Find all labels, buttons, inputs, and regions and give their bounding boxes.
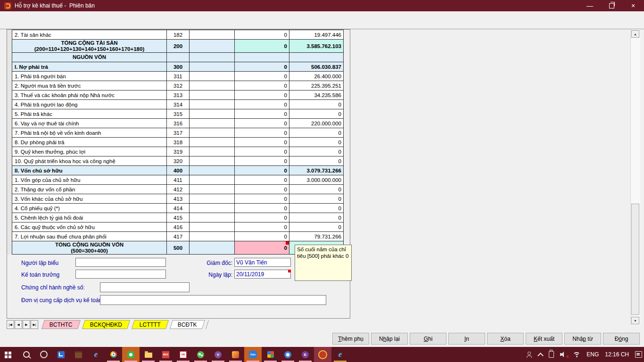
vertical-scrollbar[interactable]: ▲ ▼ bbox=[630, 29, 640, 325]
ngay-lap-input[interactable] bbox=[234, 270, 291, 279]
chrome-icon[interactable] bbox=[105, 347, 122, 362]
first-record-button[interactable]: |◀ bbox=[7, 320, 14, 329]
language-indicator[interactable]: ENG bbox=[586, 351, 599, 358]
last-record-button[interactable]: ▶| bbox=[31, 320, 38, 329]
nhap-lai-button[interactable]: Nhập lại bbox=[371, 333, 408, 345]
chung-chi-input[interactable] bbox=[100, 282, 190, 292]
scroll-down-icon[interactable]: ▼ bbox=[631, 317, 639, 324]
table-row-411: 1. Vốn góp của chủ sở hữu41103.000.000.0… bbox=[12, 175, 344, 185]
ke-toan-truong-input[interactable] bbox=[75, 270, 166, 279]
window-controls: — × bbox=[579, 0, 644, 11]
tab-bcthtc[interactable]: BCTHTC bbox=[41, 320, 81, 329]
table-row-415: 5. Chênh lệch tỷ giá hối đoái41500 bbox=[12, 213, 344, 222]
action-center-icon[interactable] bbox=[635, 351, 642, 358]
table-row-319: 9. Quỹ khen thưởng, phúc lợi31900 bbox=[12, 147, 344, 156]
table-row-413: 3. Vốn khác của chủ sở hữu41300 bbox=[12, 194, 344, 204]
internet-explorer-icon[interactable]: e bbox=[87, 347, 105, 362]
ghi-button[interactable]: Ghi bbox=[410, 333, 446, 345]
tiles-app-icon[interactable] bbox=[262, 347, 279, 362]
tab-edge bbox=[206, 320, 215, 329]
them-phu-luc-button[interactable]: Thêm phụ lục bbox=[332, 333, 369, 345]
chung-chi-label: Chứng chỉ hành nghề số: bbox=[21, 284, 85, 291]
xoa-button[interactable]: Xóa bbox=[487, 333, 524, 345]
wallet-app-icon[interactable] bbox=[70, 347, 87, 362]
max-app-icon[interactable]: MAX bbox=[157, 347, 174, 362]
prev-record-button[interactable]: ◀ bbox=[15, 320, 22, 329]
dong-button[interactable]: Đóng bbox=[603, 333, 640, 345]
error-marker bbox=[288, 270, 291, 272]
flame-app-icon[interactable] bbox=[227, 347, 244, 362]
table-row-318: 8. Dự phòng phải trả31800 bbox=[12, 138, 344, 147]
table-row-400: II. Vốn chủ sở hữu40003.079.731.266 bbox=[12, 166, 344, 175]
scroll-up-icon[interactable]: ▲ bbox=[631, 30, 639, 38]
table-row-182: 2. Tài sản khác182019.497.446 bbox=[12, 30, 344, 40]
people-icon[interactable] bbox=[526, 352, 532, 358]
don-vi-input[interactable] bbox=[100, 295, 326, 305]
table-row-320: 10. Quỹ phát triển khoa học và công nghệ… bbox=[12, 156, 344, 166]
table-row-200-total-assets: TỔNG CỘNG TÀI SẢN(200=110+120+130+140+15… bbox=[12, 40, 344, 53]
tab-bckqhdkd[interactable]: BCKQHĐKD bbox=[82, 320, 130, 329]
tab-lctttt[interactable]: LCTTTT bbox=[132, 320, 169, 329]
table-row-416: 6. Các quỹ thuộc vốn chủ sở hữu41600 bbox=[12, 222, 344, 232]
remote-desktop-icon[interactable] bbox=[52, 347, 70, 362]
table-row-nguon-von-section: NGUỒN VỐN bbox=[12, 53, 344, 62]
minimize-button[interactable]: — bbox=[579, 0, 601, 11]
htkk-taskbar-icon[interactable] bbox=[314, 347, 331, 362]
taskbar: e MAX UK V Zalo E e x ENG 12:16 CH bbox=[0, 347, 644, 362]
usb-icon[interactable] bbox=[549, 351, 554, 358]
don-vi-label: Đơn vị cung cấp dịch vụ kế toán: bbox=[21, 297, 104, 304]
wifi-icon[interactable] bbox=[573, 352, 580, 357]
giam-doc-input[interactable] bbox=[234, 258, 291, 267]
sheet-tabbar: |◀ ◀ ▶ ▶| BCTHTC BCKQHĐKD LCTTTT BCĐTK bbox=[7, 320, 213, 330]
nhap-tu-xml-button[interactable]: Nhập từ XML bbox=[564, 333, 601, 345]
volume-muted-icon[interactable]: x bbox=[560, 352, 567, 357]
table-row-300: I. Nợ phải trả3000506.030.837 bbox=[12, 62, 344, 72]
table-row-316: 6. Vay và nợ thuê tài chính3160220.000.0… bbox=[12, 119, 344, 128]
nguoi-lap-bieu-input[interactable] bbox=[75, 258, 166, 267]
search-icon[interactable] bbox=[17, 347, 35, 362]
ngay-lap-label: Ngày lập: bbox=[189, 272, 232, 278]
ke-toan-truong-label: Kế toán trưởng bbox=[21, 272, 59, 278]
giam-doc-label: Giám đốc: bbox=[189, 260, 232, 266]
tab-bcdtk[interactable]: BCĐTK bbox=[170, 320, 205, 329]
table-row-414: 4. Cổ phiếu quỹ (*)41400 bbox=[12, 204, 344, 213]
htkk-app-icon bbox=[4, 2, 11, 9]
table-row-312: 2. Người mua trả tiền trước3120225.395.2… bbox=[12, 81, 344, 90]
next-record-button[interactable]: ▶ bbox=[23, 320, 30, 329]
messenger-icon[interactable] bbox=[122, 347, 140, 362]
table-row-315: 5. Phải trả khác31500 bbox=[12, 109, 344, 119]
table-row-412: 2. Thặng dư vốn cổ phần41200 bbox=[12, 185, 344, 194]
system-tray: x ENG 12:16 CH bbox=[520, 347, 642, 362]
validation-tooltip: Số cuối năm của chỉ tiêu [500] phải khác… bbox=[295, 245, 352, 281]
error-marker bbox=[286, 241, 289, 245]
nguoi-lap-bieu-label: Người lập biểu bbox=[21, 260, 58, 266]
balance-sheet-table: 2. Tài sản khác182019.497.446 TỔNG CỘNG … bbox=[12, 30, 344, 255]
file-explorer-icon[interactable] bbox=[140, 347, 157, 362]
table-row-311: 1. Phải trả người bán311026.400.000 bbox=[12, 72, 344, 81]
zalo-icon[interactable]: Zalo bbox=[244, 347, 262, 362]
scrollbar-thumb[interactable] bbox=[631, 204, 639, 315]
coccoc-icon[interactable] bbox=[279, 347, 297, 362]
table-row-317: 7. Phải trả nội bộ về vốn kinh doanh3170… bbox=[12, 128, 344, 138]
in-button[interactable]: In bbox=[448, 333, 485, 345]
window-titlebar: Hỗ trợ kê khai thuế - Phiên bản — × bbox=[0, 0, 644, 11]
table-row-314: 4. Phải trả người lao động31400 bbox=[12, 100, 344, 109]
chevron-up-icon[interactable] bbox=[537, 353, 544, 359]
cortana-icon[interactable] bbox=[35, 347, 52, 362]
restore-button[interactable] bbox=[601, 0, 622, 11]
ket-xuat-button[interactable]: Kết xuất bbox=[526, 333, 562, 345]
e-app-icon[interactable]: E bbox=[297, 347, 314, 362]
wechat-icon[interactable] bbox=[192, 347, 209, 362]
table-row-500-total-capital: TỔNG CỘNG NGUỒN VỐN(500=300+400)5000 bbox=[12, 241, 344, 255]
close-button[interactable]: × bbox=[622, 0, 644, 11]
table-row-313: 3. Thuế và các khoản phải nộp Nhà nước31… bbox=[12, 90, 344, 100]
windows-start-icon[interactable] bbox=[0, 347, 17, 362]
unikey-icon[interactable]: UK bbox=[174, 347, 192, 362]
restore-icon bbox=[609, 3, 614, 8]
viber-icon[interactable]: V bbox=[209, 347, 227, 362]
table-row-417: 7. Lợi nhuận sau thuế chưa phân phối4170… bbox=[12, 232, 344, 241]
window-title: Hỗ trợ kê khai thuế - Phiên bản bbox=[15, 2, 95, 9]
clock[interactable]: 12:16 CH bbox=[605, 351, 629, 358]
internet-explorer-2-icon[interactable]: e bbox=[331, 347, 349, 362]
